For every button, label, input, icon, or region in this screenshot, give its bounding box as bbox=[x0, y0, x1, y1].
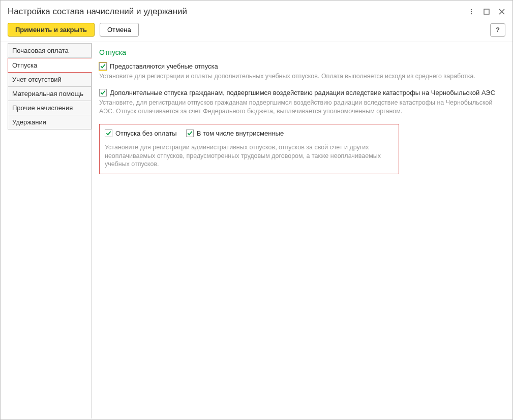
option-unpaid-intrashift: В том числе внутрисменные bbox=[186, 130, 284, 137]
checkbox-chernobyl-leave[interactable] bbox=[99, 89, 107, 96]
sidebar-item-label: Удержания bbox=[12, 118, 46, 126]
help-button[interactable]: ? bbox=[490, 23, 505, 37]
sidebar-item-label: Учет отсутствий bbox=[12, 76, 62, 83]
checkbox-label: В том числе внутрисменные bbox=[197, 130, 284, 137]
sidebar-item-deductions[interactable]: Удержания bbox=[8, 115, 92, 130]
close-icon[interactable] bbox=[498, 8, 505, 15]
hint-chernobyl-leave: Установите, для регистрации отпусков гра… bbox=[99, 99, 501, 116]
sidebar-item-label: Материальная помощь bbox=[12, 90, 83, 98]
kebab-menu-icon[interactable] bbox=[468, 8, 475, 15]
apply-and-close-button[interactable]: Применить и закрыть bbox=[8, 23, 95, 37]
sidebar-item-label: Почасовая оплата bbox=[12, 47, 69, 54]
sidebar-item-hourly-pay[interactable]: Почасовая оплата bbox=[8, 43, 92, 58]
svg-rect-3 bbox=[484, 9, 489, 14]
maximize-icon[interactable] bbox=[483, 8, 490, 15]
option-study-leave: Предоставляются учебные отпуска bbox=[99, 62, 502, 70]
checkbox-label: Предоставляются учебные отпуска bbox=[110, 62, 218, 70]
toolbar: Применить и закрыть Отмена ? bbox=[1, 21, 512, 42]
sidebar: Почасовая оплата Отпуска Учет отсутствий… bbox=[8, 43, 92, 418]
sidebar-item-other-accruals[interactable]: Прочие начисления bbox=[8, 101, 92, 115]
svg-point-0 bbox=[471, 9, 472, 10]
checkbox-unpaid-intrashift[interactable] bbox=[186, 130, 194, 137]
svg-point-2 bbox=[471, 13, 472, 14]
hint-unpaid-leave: Установите для регистрации административ… bbox=[105, 143, 393, 169]
sidebar-item-material-aid[interactable]: Материальная помощь bbox=[8, 87, 92, 101]
body: Почасовая оплата Отпуска Учет отсутствий… bbox=[1, 42, 512, 419]
sidebar-item-absence-accounting[interactable]: Учет отсутствий bbox=[8, 73, 92, 87]
titlebar: Настройка состава начислений и удержаний bbox=[1, 1, 512, 21]
option-unpaid-leave-row: Отпуска без оплаты В том числе внутрисме… bbox=[105, 130, 393, 141]
svg-point-1 bbox=[471, 11, 472, 12]
sidebar-item-vacations[interactable]: Отпуска bbox=[8, 58, 92, 73]
checkbox-study-leave[interactable] bbox=[99, 62, 107, 70]
checkbox-label: Дополнительные отпуска гражданам, подвер… bbox=[110, 89, 495, 96]
content-panel: Отпуска Предоставляются учебные отпуска … bbox=[92, 42, 512, 419]
checkbox-label: Отпуска без оплаты bbox=[115, 130, 177, 137]
highlighted-section-unpaid-leave: Отпуска без оплаты В том числе внутрисме… bbox=[99, 124, 399, 175]
settings-window: Настройка состава начислений и удержаний… bbox=[0, 0, 513, 420]
checkbox-unpaid-leave[interactable] bbox=[105, 130, 112, 137]
hint-study-leave: Установите для регистрации и оплаты допо… bbox=[99, 72, 501, 81]
cancel-button[interactable]: Отмена bbox=[100, 23, 139, 37]
section-heading: Отпуска bbox=[99, 48, 502, 56]
option-unpaid-leave: Отпуска без оплаты bbox=[105, 130, 177, 137]
sidebar-item-label: Отпуска bbox=[12, 61, 37, 69]
option-chernobyl-leave: Дополнительные отпуска гражданам, подвер… bbox=[99, 89, 502, 96]
window-title: Настройка состава начислений и удержаний bbox=[8, 7, 187, 17]
sidebar-item-label: Прочие начисления bbox=[12, 104, 73, 112]
window-controls bbox=[468, 8, 505, 15]
